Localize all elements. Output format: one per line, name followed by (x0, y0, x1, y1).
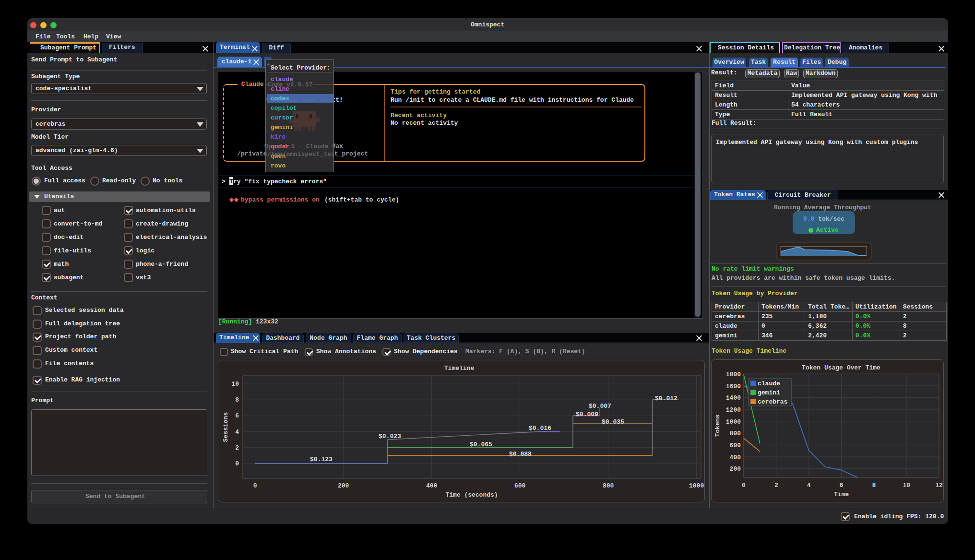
svg-text:$0.009: $0.009 (576, 411, 598, 418)
svg-text:$0.035: $0.035 (602, 418, 624, 426)
svg-text:$0.123: $0.123 (310, 456, 333, 463)
svg-text:12: 12 (935, 482, 943, 489)
svg-text:Tokens: Tokens (714, 414, 721, 437)
svg-text:200: 200 (730, 465, 741, 473)
svg-text:800: 800 (730, 430, 741, 437)
svg-text:4: 4 (807, 482, 811, 489)
svg-text:claude: claude (758, 380, 780, 387)
svg-text:400: 400 (426, 482, 438, 489)
svg-text:2: 2 (235, 444, 239, 452)
svg-text:Timeline: Timeline (444, 365, 475, 372)
svg-text:8: 8 (235, 396, 239, 404)
svg-text:600: 600 (730, 442, 741, 449)
svg-text:$0.088: $0.088 (509, 451, 532, 458)
svg-text:4: 4 (235, 429, 239, 436)
svg-text:10: 10 (903, 482, 910, 489)
svg-text:0: 0 (742, 482, 746, 489)
svg-text:1400: 1400 (726, 394, 741, 402)
svg-text:1600: 1600 (726, 383, 741, 390)
svg-text:6: 6 (840, 482, 844, 489)
svg-text:$0.016: $0.016 (529, 425, 551, 432)
svg-text:8: 8 (872, 482, 876, 489)
svg-text:1000: 1000 (689, 482, 704, 489)
svg-text:Token Usage Over Time: Token Usage Over Time (802, 364, 880, 371)
svg-text:6: 6 (235, 412, 239, 419)
svg-text:400: 400 (730, 454, 741, 461)
svg-text:$0.007: $0.007 (589, 403, 611, 410)
svg-text:0: 0 (235, 460, 239, 467)
svg-text:Time (seconds): Time (seconds) (445, 491, 498, 499)
svg-text:10: 10 (231, 381, 239, 388)
svg-text:200: 200 (338, 482, 349, 489)
svg-text:gemini: gemini (758, 389, 780, 396)
svg-text:Time: Time (834, 491, 849, 498)
svg-text:$0.065: $0.065 (470, 441, 492, 448)
svg-text:cerebras: cerebras (758, 398, 788, 405)
svg-text:1000: 1000 (726, 418, 741, 426)
svg-text:Sessions: Sessions (222, 412, 229, 442)
svg-text:600: 600 (514, 482, 526, 489)
svg-text:800: 800 (603, 482, 614, 489)
svg-text:2: 2 (774, 482, 778, 489)
svg-text:1200: 1200 (726, 406, 741, 414)
svg-text:$0.023: $0.023 (379, 433, 401, 440)
svg-text:0: 0 (253, 482, 257, 489)
svg-text:$0.012: $0.012 (655, 395, 678, 402)
svg-text:1800: 1800 (726, 371, 741, 378)
